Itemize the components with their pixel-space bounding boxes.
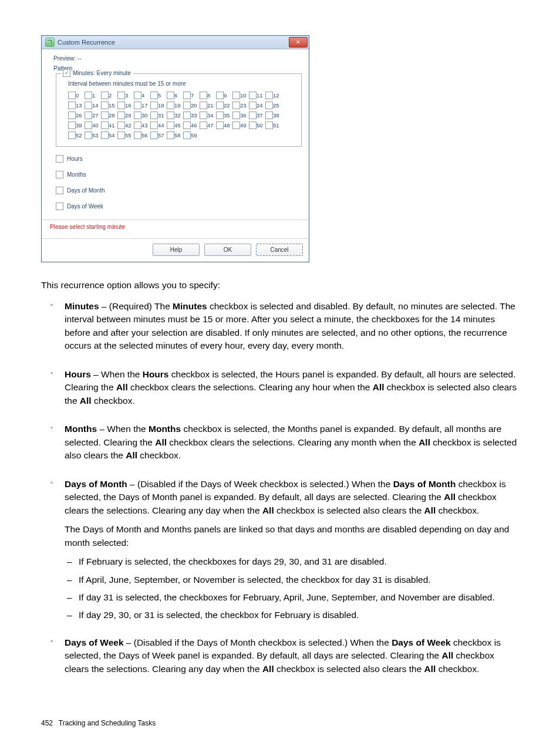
- minute-cell-42: 42: [117, 121, 134, 129]
- minute-cell-55: 55: [117, 131, 134, 139]
- minute-grid: 0 1 2 3 4 5 6 7 8 9 10 11 12 13 14 15 16…: [68, 90, 296, 140]
- minute-checkbox-5[interactable]: [150, 92, 158, 99]
- minute-label-22: 22: [224, 102, 230, 109]
- error-message: Please select starting minute: [42, 220, 309, 232]
- minute-checkbox-46[interactable]: [183, 121, 191, 129]
- bullet-months-label: Months: [65, 424, 97, 434]
- minute-cell-49: 49: [232, 121, 249, 129]
- minute-cell-35: 35: [216, 112, 232, 119]
- minute-checkbox-58[interactable]: [167, 131, 174, 139]
- minute-cell-10: 10: [232, 92, 249, 99]
- minute-checkbox-47[interactable]: [200, 121, 207, 129]
- minute-checkbox-50[interactable]: [249, 121, 257, 129]
- days-of-week-checkbox[interactable]: [56, 202, 63, 210]
- minute-label-25: 25: [273, 102, 279, 109]
- minute-checkbox-31[interactable]: [150, 112, 158, 119]
- minute-checkbox-20[interactable]: [183, 102, 191, 109]
- minute-checkbox-39[interactable]: [68, 121, 76, 129]
- minute-checkbox-38[interactable]: [265, 112, 273, 119]
- minute-checkbox-11[interactable]: [249, 92, 257, 99]
- minutes-checkbox: [63, 69, 70, 77]
- minute-checkbox-8[interactable]: [200, 92, 207, 99]
- minute-checkbox-41[interactable]: [101, 121, 109, 129]
- minute-checkbox-35[interactable]: [216, 112, 224, 119]
- months-checkbox[interactable]: [56, 171, 63, 178]
- minute-checkbox-59[interactable]: [183, 131, 191, 139]
- minute-checkbox-26[interactable]: [68, 112, 76, 119]
- minute-checkbox-4[interactable]: [134, 92, 141, 99]
- minute-checkbox-37[interactable]: [249, 112, 257, 119]
- minute-checkbox-14[interactable]: [85, 102, 92, 109]
- minute-checkbox-21[interactable]: [200, 102, 207, 109]
- minute-checkbox-43[interactable]: [134, 121, 141, 129]
- minute-checkbox-28[interactable]: [101, 112, 109, 119]
- minute-cell-40: 40: [85, 121, 101, 129]
- minute-checkbox-44[interactable]: [150, 121, 158, 129]
- minute-checkbox-22[interactable]: [216, 102, 224, 109]
- minute-cell-24: 24: [249, 102, 265, 109]
- minute-checkbox-3[interactable]: [117, 92, 125, 99]
- hours-label: Hours: [67, 156, 83, 162]
- ok-button[interactable]: OK: [204, 244, 251, 256]
- minute-checkbox-9[interactable]: [216, 92, 224, 99]
- minute-checkbox-19[interactable]: [167, 102, 174, 109]
- minute-checkbox-6[interactable]: [167, 92, 174, 99]
- option-list: Minutes – (Required) The Minutes checkbo…: [47, 300, 519, 691]
- minute-checkbox-34[interactable]: [200, 112, 207, 119]
- minute-cell-20: 20: [183, 102, 200, 109]
- minute-checkbox-29[interactable]: [117, 112, 125, 119]
- minute-checkbox-24[interactable]: [249, 102, 257, 109]
- minute-checkbox-54[interactable]: [101, 131, 109, 139]
- minute-checkbox-18[interactable]: [150, 102, 158, 109]
- bullet-hours-label: Hours: [65, 369, 91, 379]
- minute-label-30: 30: [141, 112, 148, 119]
- minute-checkbox-12[interactable]: [265, 92, 273, 99]
- minute-checkbox-2[interactable]: [101, 92, 109, 99]
- minute-label-35: 35: [224, 112, 230, 119]
- minute-checkbox-13[interactable]: [68, 102, 76, 109]
- dom-sub-1: If February is selected, the checkboxes …: [66, 555, 519, 573]
- minutes-legend: Minutes: Every minute: [73, 70, 131, 76]
- minute-checkbox-27[interactable]: [85, 112, 92, 119]
- minute-cell-21: 21: [200, 102, 216, 109]
- minute-label-38: 38: [273, 112, 279, 119]
- minute-checkbox-0[interactable]: [68, 92, 76, 99]
- minute-checkbox-40[interactable]: [85, 121, 92, 129]
- minute-checkbox-56[interactable]: [134, 131, 141, 139]
- minute-checkbox-49[interactable]: [232, 121, 240, 129]
- minute-checkbox-32[interactable]: [167, 112, 174, 119]
- minute-checkbox-52[interactable]: [68, 131, 76, 139]
- bullet-minutes: Minutes – (Required) The Minutes checkbo…: [47, 300, 519, 368]
- minute-cell-23: 23: [232, 102, 249, 109]
- bullet-hours: Hours – When the Hours checkbox is selec…: [47, 368, 519, 423]
- hours-checkbox[interactable]: [56, 155, 63, 163]
- minute-checkbox-17[interactable]: [134, 102, 141, 109]
- minute-checkbox-23[interactable]: [232, 102, 240, 109]
- bullet-days-of-month: Days of Month – (Disabled if the Days of…: [47, 478, 519, 636]
- minute-checkbox-55[interactable]: [117, 131, 125, 139]
- minute-label-50: 50: [257, 122, 263, 129]
- minute-cell-27: 27: [85, 112, 101, 119]
- minute-checkbox-15[interactable]: [101, 102, 109, 109]
- minute-checkbox-42[interactable]: [117, 121, 125, 129]
- minute-checkbox-1[interactable]: [85, 92, 92, 99]
- help-button[interactable]: Help: [153, 244, 200, 256]
- minute-checkbox-57[interactable]: [150, 131, 158, 139]
- minute-checkbox-33[interactable]: [183, 112, 191, 119]
- minute-checkbox-36[interactable]: [232, 112, 240, 119]
- cancel-button[interactable]: Cancel: [256, 244, 303, 256]
- minute-checkbox-7[interactable]: [183, 92, 191, 99]
- minute-cell-41: 41: [101, 121, 117, 129]
- minute-checkbox-53[interactable]: [85, 131, 92, 139]
- minute-checkbox-16[interactable]: [117, 102, 125, 109]
- days-of-month-checkbox[interactable]: [56, 187, 63, 194]
- minute-checkbox-48[interactable]: [216, 121, 224, 129]
- minute-checkbox-51[interactable]: [265, 121, 273, 129]
- minute-checkbox-10[interactable]: [232, 92, 240, 99]
- minute-cell-29: 29: [117, 112, 134, 119]
- close-button[interactable]: ✕: [289, 37, 308, 48]
- minute-checkbox-45[interactable]: [167, 121, 174, 129]
- minute-checkbox-25[interactable]: [265, 102, 273, 109]
- minute-checkbox-30[interactable]: [134, 112, 141, 119]
- minute-cell-38: 38: [265, 112, 282, 119]
